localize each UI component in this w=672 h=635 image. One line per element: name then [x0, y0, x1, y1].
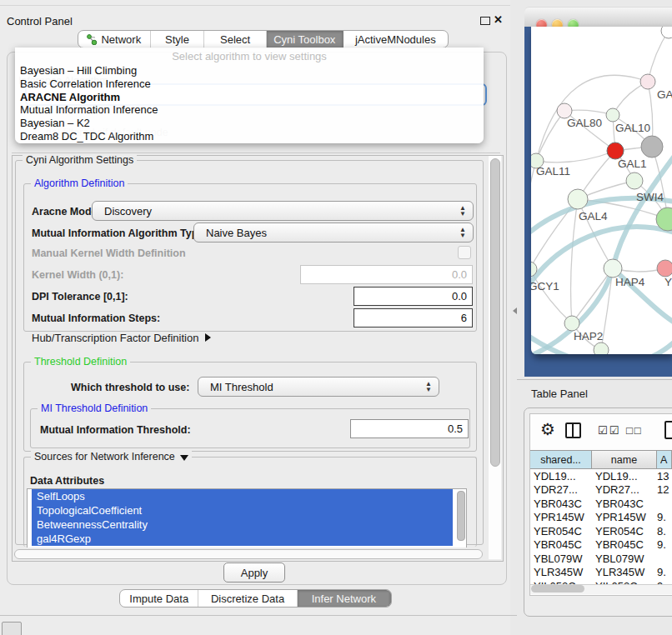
- table-row[interactable]: YDL19...YDL19...13: [530, 469, 672, 483]
- collapse-arrow-icon: [180, 455, 188, 461]
- network-canvas[interactable]: GAL7GAL80GAL10GAL1GAL11SWI4GAL4GCY1HAP4Y…: [531, 27, 672, 354]
- network-edge[interactable]: [571, 199, 578, 323]
- network-node[interactable]: [568, 189, 588, 209]
- table-row[interactable]: YBR045CYBR045C9.: [530, 538, 672, 552]
- dpi-tolerance-input[interactable]: 0.0: [354, 287, 473, 306]
- table-cell: YBR045C: [530, 538, 592, 551]
- data-attributes-list[interactable]: SelfLoopsTopologicalCoefficientBetweenne…: [27, 488, 467, 548]
- tab-jactivemnodules[interactable]: jActiveMNodules: [344, 31, 448, 48]
- attribute-list-item[interactable]: SelfLoops: [32, 489, 453, 503]
- dropdown-item[interactable]: Basic Correlation Inference: [15, 78, 484, 91]
- network-node[interactable]: [626, 172, 643, 189]
- network-node-label: GAL11: [536, 165, 570, 178]
- tab-style[interactable]: Style: [151, 31, 205, 48]
- which-threshold-combobox[interactable]: MI Threshold ▲▼: [198, 377, 439, 397]
- kernel-width-input[interactable]: 0.0: [300, 265, 473, 284]
- attribute-list-item[interactable]: BetweennessCentrality: [32, 518, 453, 532]
- deselect-all-checkboxes-icon[interactable]: □□: [626, 424, 643, 437]
- dropdown-item[interactable]: Bayesian – Hill Climbing: [15, 64, 484, 78]
- network-node[interactable]: [640, 74, 655, 89]
- network-node[interactable]: [606, 108, 619, 122]
- algorithm-dropdown-list: Bayesian – Hill ClimbingBasic Correlatio…: [15, 64, 484, 143]
- dropdown-item[interactable]: Dream8 DC_TDC Algorithm: [15, 130, 484, 143]
- table-cell: YPR145W: [530, 511, 592, 523]
- network-node[interactable]: [594, 342, 609, 354]
- tab-select[interactable]: Select: [204, 31, 267, 48]
- dropdown-item[interactable]: Mutual Information Inference: [15, 103, 484, 117]
- tab-impute-data[interactable]: Impute Data: [120, 590, 198, 607]
- table-row[interactable]: YLR345WYLR345W9.: [530, 566, 672, 580]
- dropdown-item[interactable]: Bayesian – K2: [15, 117, 484, 130]
- network-node-label: GAL80: [567, 117, 602, 129]
- aracne-mode-combobox[interactable]: Discovery ▲▼: [92, 201, 474, 221]
- network-node[interactable]: [641, 136, 663, 158]
- mi-steps-input[interactable]: 6: [354, 308, 473, 328]
- table-row[interactable]: YER054CYER054C8.: [530, 524, 672, 538]
- list-scrollbar[interactable]: [457, 491, 465, 541]
- close-icon[interactable]: ✕: [494, 13, 503, 26]
- column-header-partial[interactable]: A: [657, 450, 672, 469]
- network-node-label: HAP2: [574, 330, 603, 342]
- table-cell: 8.: [657, 525, 672, 538]
- control-panel-titlebar: Control Panel ✕: [0, 5, 510, 28]
- horizontal-scrollbar-thumb[interactable]: [14, 549, 483, 559]
- mi-threshold-label: Mutual Information Threshold:: [40, 424, 191, 436]
- apply-button[interactable]: Apply: [223, 562, 285, 582]
- table-row[interactable]: YBR043CYBR043C: [530, 497, 672, 511]
- float-window-icon[interactable]: [480, 17, 490, 25]
- columns-icon[interactable]: [565, 422, 581, 438]
- network-edge-thick[interactable]: [531, 156, 672, 354]
- mi-threshold-input[interactable]: 0.5: [350, 419, 469, 438]
- control-panel: Control Panel ✕ Network Style Select Cyn…: [0, 0, 510, 635]
- table-scrollbar-thumb[interactable]: [531, 585, 584, 592]
- tab-discretize-data[interactable]: Discretize Data: [198, 590, 297, 607]
- column-header-shared-name[interactable]: shared...: [530, 450, 592, 469]
- tab-network[interactable]: Network: [78, 31, 151, 48]
- vertical-scrollbar-thumb[interactable]: [490, 158, 500, 467]
- network-edge[interactable]: [536, 151, 615, 162]
- table-row[interactable]: YPR145WYPR145W9.: [530, 511, 672, 525]
- network-edge[interactable]: [648, 31, 669, 82]
- cyni-bottom-tabs: Impute Data Discretize Data Infer Networ…: [119, 589, 392, 608]
- table-cell: YBR043C: [592, 498, 657, 510]
- hub-expander[interactable]: Hub/Transcription Factor Definition: [32, 332, 211, 344]
- table-cell: YDR27...: [530, 483, 592, 496]
- tab-infer-network[interactable]: Infer Network: [298, 590, 391, 607]
- network-icon: [87, 34, 98, 45]
- tab-cyni-toolbox[interactable]: Cyni Toolbox: [267, 31, 344, 48]
- table-row[interactable]: YDR27...YDR27...12: [530, 483, 672, 498]
- table-row[interactable]: YBL079WYBL079W: [530, 552, 672, 566]
- dropdown-item[interactable]: ARACNE Algorithm: [15, 91, 484, 104]
- application-window: Control Panel ✕ Network Style Select Cyn…: [0, 0, 672, 635]
- mi-type-label: Mutual Information Algorithm Type:: [32, 228, 207, 239]
- mi-type-combobox[interactable]: Naive Bayes ▲▼: [193, 222, 474, 242]
- attribute-list-item[interactable]: gal4RGexp: [32, 532, 453, 546]
- select-all-checkboxes-icon[interactable]: ☑☑: [598, 424, 620, 437]
- network-window-titlebar[interactable]: [524, 7, 672, 28]
- table-cell: 9.: [657, 538, 672, 551]
- gear-icon[interactable]: ⚙: [540, 419, 555, 439]
- network-node-label: GAL7: [657, 88, 672, 101]
- column-header-name[interactable]: name: [592, 450, 657, 469]
- network-edge[interactable]: [536, 111, 564, 161]
- table-cell: YDL19...: [592, 470, 657, 482]
- sources-expander[interactable]: Sources for Network Inference: [31, 451, 192, 462]
- table-cell: YER054C: [530, 525, 592, 538]
- table-cell: YBL079W: [530, 552, 592, 565]
- network-node[interactable]: [661, 27, 672, 38]
- panel-splitter-handle[interactable]: [513, 308, 517, 314]
- network-node[interactable]: [607, 142, 624, 159]
- table-cell: YDL19...: [530, 470, 592, 482]
- spinner-arrows-icon: ▲▼: [459, 227, 466, 238]
- table-cell: YBR043C: [530, 498, 592, 510]
- group-title: MI Threshold Definition: [38, 402, 151, 414]
- dpi-tolerance-label: DPI Tolerance [0,1]:: [32, 291, 128, 302]
- network-node[interactable]: [564, 316, 579, 331]
- corner-button[interactable]: [2, 622, 22, 635]
- new-table-icon[interactable]: [664, 421, 672, 439]
- network-node[interactable]: [604, 259, 622, 278]
- table-cell: 12: [657, 483, 672, 496]
- attribute-list-item[interactable]: TopologicalCoefficient: [32, 503, 453, 518]
- manual-kernel-checkbox[interactable]: [458, 246, 471, 259]
- network-node[interactable]: [657, 260, 672, 277]
